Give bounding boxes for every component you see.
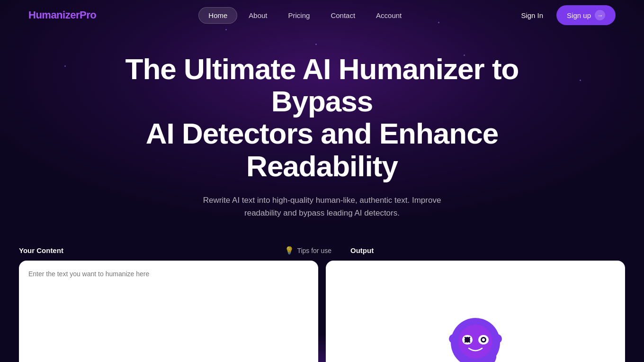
- nav-link-contact[interactable]: Contact: [321, 8, 365, 23]
- text-input[interactable]: [28, 270, 309, 362]
- mascot-icon: [447, 314, 504, 362]
- nav-link-home[interactable]: Home: [198, 7, 237, 24]
- right-panel-label: Output: [350, 246, 625, 254]
- sign-up-label: Sign up: [567, 11, 591, 19]
- editor-panels: 👋 Try a sample 📋 Paste Text: [19, 261, 625, 362]
- logo: HumanizerPro: [28, 9, 96, 21]
- sign-in-button[interactable]: Sign In: [513, 8, 551, 23]
- nav-links: Home About Pricing Contact Account: [198, 7, 411, 24]
- hero-title-line2: AI Detectors and Enhance Readability: [146, 117, 498, 182]
- tips-icon: 💡: [285, 246, 294, 255]
- hero-subtitle: Rewrite AI text into high-quality human-…: [185, 194, 459, 219]
- input-panel: 👋 Try a sample 📋 Paste Text: [19, 261, 318, 362]
- left-panel-label: Your Content: [19, 246, 63, 254]
- nav-actions: Sign In Sign up →: [513, 5, 616, 25]
- sign-up-button[interactable]: Sign up →: [556, 5, 616, 25]
- arrow-icon: →: [595, 10, 605, 20]
- tips-button[interactable]: 💡 Tips for use: [285, 246, 331, 255]
- nav-link-about[interactable]: About: [239, 8, 277, 23]
- output-panel: [326, 261, 625, 362]
- nav-link-account[interactable]: Account: [367, 8, 411, 23]
- hero-section: The Ultimate AI Humanizer to Bypass AI D…: [0, 30, 644, 235]
- tips-label: Tips for use: [297, 247, 331, 254]
- logo-text-accent: Pro: [80, 9, 96, 21]
- nav-link-pricing[interactable]: Pricing: [279, 8, 320, 23]
- navbar: HumanizerPro Home About Pricing Contact …: [0, 0, 644, 30]
- hero-title: The Ultimate AI Humanizer to Bypass AI D…: [109, 53, 535, 182]
- hero-title-line1: The Ultimate AI Humanizer to Bypass: [125, 53, 519, 118]
- svg-point-8: [482, 338, 485, 341]
- svg-point-10: [492, 334, 502, 344]
- logo-text-plain: Humanizer: [28, 9, 80, 21]
- main-area: Your Content 💡 Tips for use Output 👋 Try…: [0, 235, 644, 362]
- svg-point-9: [449, 334, 458, 344]
- panels-header: Your Content 💡 Tips for use Output: [19, 246, 625, 255]
